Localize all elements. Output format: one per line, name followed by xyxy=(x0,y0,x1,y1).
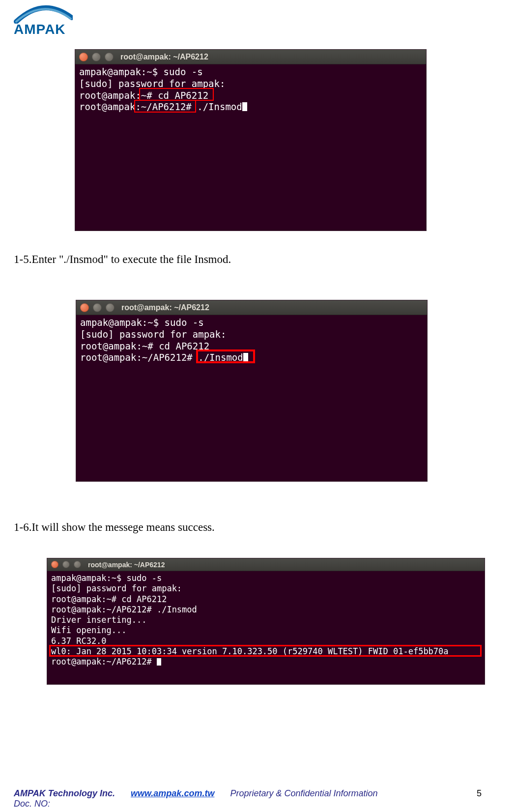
maximize-icon xyxy=(105,53,114,61)
terminal-line-part: ./Insmod xyxy=(198,352,243,363)
terminal-body: ampak@ampak:~$ sudo -s [sudo] password f… xyxy=(47,571,485,671)
close-icon xyxy=(51,561,58,568)
terminal-line: wl0: Jan 28 2015 10:03:34 version 7.10.3… xyxy=(51,646,449,656)
terminal-line: [sudo] password for ampak: xyxy=(51,583,182,593)
footer-page-number: 5 xyxy=(477,788,487,799)
terminal-line-part: ./Insmod xyxy=(192,101,242,112)
minimize-icon xyxy=(93,303,102,312)
terminal-title: root@ampak: ~/AP6212 xyxy=(88,561,165,569)
terminal-line: ampak@ampak:~$ sudo -s xyxy=(79,66,203,77)
terminal-line-part: ~# cd AP6212 xyxy=(141,90,208,101)
terminal-titlebar: root@ampak: ~/AP6212 xyxy=(75,50,426,64)
terminal-line: [sudo] password for ampak: xyxy=(80,329,226,340)
terminal-line-part: root@ampak: xyxy=(79,90,141,101)
ampak-logo: AMPAK xyxy=(14,5,92,34)
cursor-icon xyxy=(243,353,248,362)
terminal-line-part: :~/AP6212# xyxy=(135,101,191,112)
close-icon xyxy=(79,53,88,61)
terminal-line: root@ampak:~# cd AP6212 xyxy=(51,594,167,604)
minimize-icon xyxy=(92,53,101,61)
page-footer: AMPAK Technology Inc. www.ampak.com.tw P… xyxy=(14,788,487,809)
ampak-logo-arc-icon xyxy=(14,5,73,24)
terminal-line: Driver inserting... xyxy=(51,615,146,625)
ampak-logo-text: AMPAK xyxy=(14,22,92,37)
terminal-screenshot-1: root@ampak: ~/AP6212 ampak@ampak:~$ sudo… xyxy=(75,49,427,231)
terminal-line: ampak@ampak:~$ sudo -s xyxy=(80,317,204,328)
terminal-line: root@ampak:~# cd AP6212 xyxy=(80,341,209,351)
cursor-icon xyxy=(157,658,161,666)
terminal-line-part: root@ampak:~/AP6212# xyxy=(80,352,198,363)
terminal-line: root@ampak:~/AP6212# ./Insmod xyxy=(51,605,197,614)
terminal-body: ampak@ampak:~$ sudo -s [sudo] password f… xyxy=(76,315,427,368)
footer-confidential: Proprietary & Confidential Information xyxy=(230,788,377,799)
minimize-icon xyxy=(62,561,70,568)
footer-url-link[interactable]: www.ampak.com.tw xyxy=(131,788,214,799)
maximize-icon xyxy=(106,303,115,312)
instruction-step-1-6: 1-6.It will show the messege means succe… xyxy=(14,521,215,534)
cursor-icon xyxy=(242,102,247,111)
terminal-line: ampak@ampak:~$ sudo -s xyxy=(51,573,162,583)
terminal-screenshot-2: root@ampak: ~/AP6212 ampak@ampak:~$ sudo… xyxy=(76,300,428,482)
maximize-icon xyxy=(74,561,81,568)
footer-company: AMPAK Technology Inc. xyxy=(14,788,115,799)
terminal-line-part: root@ampak xyxy=(79,101,135,112)
terminal-titlebar: root@ampak: ~/AP6212 xyxy=(47,558,485,571)
footer-doc-no: Doc. NO: xyxy=(14,799,487,809)
terminal-line: Wifi opening... xyxy=(51,625,127,635)
terminal-line-part: root@ampak:~/AP6212# xyxy=(51,657,157,667)
terminal-title: root@ampak: ~/AP6212 xyxy=(120,53,208,61)
instruction-step-1-5: 1-5.Enter "./Insmod" to execute the file… xyxy=(14,253,231,266)
terminal-line: [sudo] password for ampak: xyxy=(79,78,225,89)
close-icon xyxy=(80,303,89,312)
terminal-titlebar: root@ampak: ~/AP6212 xyxy=(76,300,427,315)
terminal-line: 6.37 RC32.0 xyxy=(51,636,107,646)
terminal-screenshot-3: root@ampak: ~/AP6212 ampak@ampak:~$ sudo… xyxy=(47,558,485,685)
terminal-body: ampak@ampak:~$ sudo -s [sudo] password f… xyxy=(75,64,426,117)
terminal-title: root@ampak: ~/AP6212 xyxy=(121,303,209,312)
